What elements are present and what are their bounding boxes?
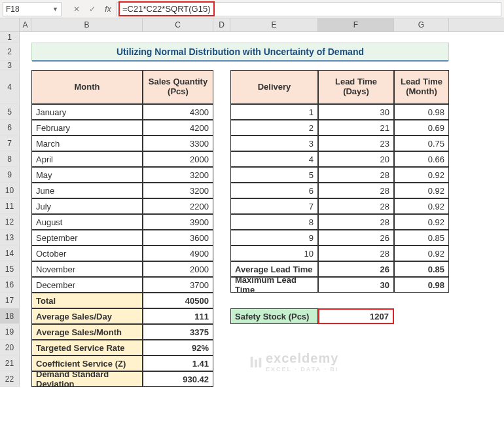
delivery-cell[interactable]: 4 [230,151,318,167]
name-box[interactable]: F18 ▼ [3,2,62,16]
leadmonth-cell[interactable]: 0.92 [394,198,449,214]
cell[interactable] [394,371,449,387]
cell[interactable] [143,32,213,43]
qty-cell[interactable]: 3900 [143,214,213,230]
leadmonth-cell[interactable]: 0.98 [394,104,449,120]
cell[interactable] [213,120,230,136]
col-header-C[interactable]: C [143,18,213,31]
summary-label[interactable]: Targeted Service Rate [31,340,143,356]
month-cell[interactable]: September [31,230,143,246]
month-cell[interactable]: October [31,246,143,261]
qty-cell[interactable]: 3200 [143,167,213,183]
cell[interactable] [230,293,318,308]
row-header-22[interactable]: 22 [0,371,20,387]
cell[interactable] [20,230,31,246]
cell[interactable] [394,324,449,340]
cell[interactable] [318,293,394,308]
delivery-cell[interactable]: 8 [230,214,318,230]
col-header-E[interactable]: E [230,18,318,31]
delivery-cell[interactable]: 6 [230,183,318,198]
col-header-A[interactable]: A [20,18,31,31]
cell[interactable] [213,261,230,277]
cell[interactable] [394,356,449,371]
col-header-F[interactable]: F [318,18,394,31]
row-header-7[interactable]: 7 [0,136,20,151]
qty-cell[interactable]: 4900 [143,246,213,261]
delivery-cell[interactable]: 5 [230,167,318,183]
row-header-8[interactable]: 8 [0,151,20,167]
row-header-21[interactable]: 21 [0,356,20,371]
summary-value[interactable]: 1.41 [143,356,213,371]
cell[interactable] [213,214,230,230]
qty-cell[interactable]: 3600 [143,230,213,246]
summary-value[interactable]: 930.42 [143,371,213,387]
summary-value[interactable]: 3375 [143,324,213,340]
leaddays-cell[interactable]: 28 [318,214,394,230]
cell[interactable] [31,61,449,70]
cell[interactable] [318,371,394,387]
row-header-9[interactable]: 9 [0,167,20,183]
summary-label[interactable]: Total [31,293,143,308]
cell[interactable] [20,308,31,324]
cell[interactable] [213,356,230,371]
leadmonth-cell[interactable]: 0.92 [394,183,449,198]
month-cell[interactable]: November [31,261,143,277]
cell[interactable] [318,340,394,356]
cell[interactable] [20,136,31,151]
row-header-10[interactable]: 10 [0,183,20,198]
delivery-cell[interactable]: 2 [230,120,318,136]
summary-label[interactable]: Average Sales/Day [31,308,143,324]
cell[interactable] [213,151,230,167]
cell[interactable] [20,43,31,61]
leadmonth-cell[interactable]: 0.92 [394,214,449,230]
qty-cell[interactable]: 2000 [143,261,213,277]
summary-label[interactable]: Average Sales/Month [31,324,143,340]
cancel-formula-button[interactable]: ✕ [69,2,84,16]
cell[interactable] [230,356,318,371]
leadmonth-cell[interactable]: 0.75 [394,136,449,151]
leadmonth-cell[interactable]: 0.66 [394,151,449,167]
leaddays-cell[interactable]: 28 [318,246,394,261]
leadmonth-cell[interactable]: 0.92 [394,167,449,183]
formula-input[interactable]: =C21*C22*SQRT(G15) [117,2,501,16]
cell[interactable] [213,230,230,246]
delivery-cell[interactable]: 9 [230,230,318,246]
cell[interactable] [230,32,318,43]
delivery-cell[interactable]: 10 [230,246,318,261]
row-header-11[interactable]: 11 [0,198,20,214]
summary-value[interactable]: 40500 [143,293,213,308]
row-header-15[interactable]: 15 [0,261,20,277]
month-cell[interactable]: December [31,277,143,293]
cell[interactable] [318,324,394,340]
cell[interactable] [230,340,318,356]
row-header-6[interactable]: 6 [0,120,20,136]
leaddays-cell[interactable]: 23 [318,136,394,151]
delivery-cell[interactable]: 1 [230,104,318,120]
leaddays-cell[interactable]: 30 [318,104,394,120]
month-cell[interactable]: August [31,214,143,230]
confirm-formula-button[interactable]: ✓ [85,2,99,16]
leaddays-cell[interactable]: 26 [318,230,394,246]
month-cell[interactable]: February [31,120,143,136]
row-header-20[interactable]: 20 [0,340,20,356]
cell[interactable] [213,293,230,308]
qty-cell[interactable]: 4300 [143,104,213,120]
cell[interactable] [318,356,394,371]
leaddays-cell[interactable]: 21 [318,120,394,136]
qty-cell[interactable]: 2200 [143,198,213,214]
month-cell[interactable]: April [31,151,143,167]
cell[interactable] [213,198,230,214]
cell[interactable] [20,246,31,261]
qty-cell[interactable]: 2000 [143,151,213,167]
cell[interactable] [394,340,449,356]
col-header-D[interactable]: D [213,18,230,31]
cell[interactable] [20,356,31,371]
leadmonth-cell[interactable]: 0.85 [394,230,449,246]
month-cell[interactable]: May [31,167,143,183]
qty-cell[interactable]: 4200 [143,120,213,136]
cell[interactable] [20,261,31,277]
cell[interactable] [20,214,31,230]
select-all-corner[interactable] [0,18,20,31]
month-cell[interactable]: January [31,104,143,120]
col-header-G[interactable]: G [394,18,449,31]
